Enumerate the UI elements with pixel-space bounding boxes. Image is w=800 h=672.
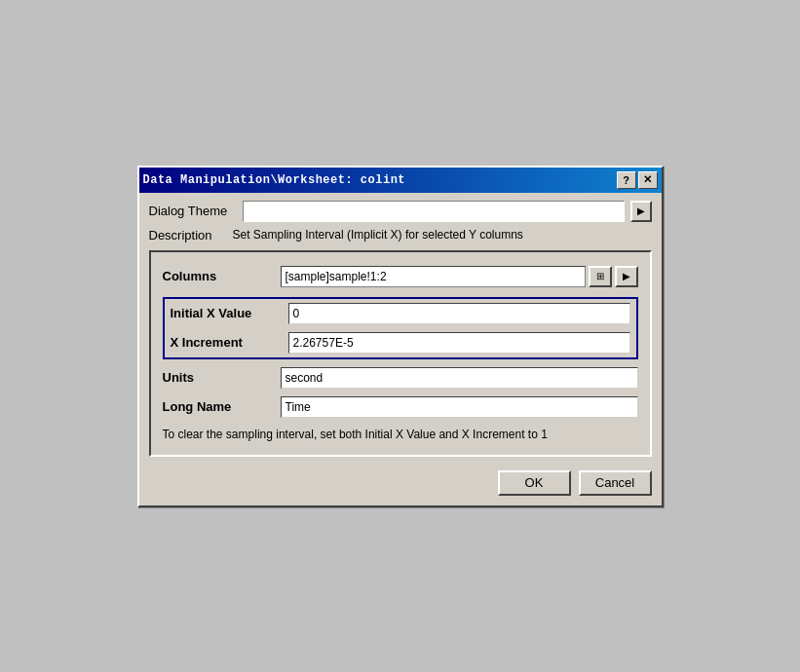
columns-row: Columns ⊞ ▶ bbox=[163, 266, 638, 287]
window-title: Data Manipulation\Worksheet: colint bbox=[143, 173, 406, 187]
units-label: Units bbox=[163, 370, 275, 385]
initial-x-input[interactable] bbox=[288, 303, 630, 324]
highlighted-group: Initial X Value X Increment bbox=[163, 297, 638, 359]
ok-button[interactable]: OK bbox=[498, 470, 571, 496]
x-increment-label: X Increment bbox=[171, 335, 283, 350]
title-bar-buttons: ? ✕ bbox=[617, 171, 658, 189]
inner-panel: Columns ⊞ ▶ Initial X Value bbox=[149, 250, 652, 457]
description-label: Description bbox=[149, 228, 227, 243]
cancel-button[interactable]: Cancel bbox=[579, 470, 652, 496]
description-row: Description Set Sampling Interval (Impli… bbox=[149, 228, 652, 243]
close-button[interactable]: ✕ bbox=[638, 171, 658, 189]
description-text: Set Sampling Interval (Implicit X) for s… bbox=[233, 228, 523, 242]
long-name-input[interactable] bbox=[281, 396, 638, 418]
dialog-theme-input[interactable] bbox=[243, 201, 625, 222]
x-increment-row: X Increment bbox=[171, 332, 630, 354]
units-row: Units bbox=[163, 367, 638, 389]
columns-input[interactable] bbox=[281, 266, 586, 287]
dialog-theme-row: Dialog Theme ▶ bbox=[149, 201, 652, 222]
columns-grid-button[interactable]: ⊞ bbox=[589, 266, 612, 287]
units-input[interactable] bbox=[281, 367, 638, 389]
grid-icon: ⊞ bbox=[596, 272, 604, 281]
initial-x-row: Initial X Value bbox=[171, 303, 630, 324]
main-window: Data Manipulation\Worksheet: colint ? ✕ … bbox=[137, 166, 664, 507]
arrow-icon: ▶ bbox=[623, 271, 630, 281]
columns-input-group: ⊞ ▶ bbox=[281, 266, 638, 287]
hint-text: To clear the sampling interval, set both… bbox=[163, 426, 638, 443]
columns-arrow-button[interactable]: ▶ bbox=[615, 266, 638, 287]
x-increment-input[interactable] bbox=[288, 332, 630, 354]
columns-label: Columns bbox=[163, 269, 275, 283]
arrow-right-icon: ▶ bbox=[637, 205, 645, 216]
title-bar: Data Manipulation\Worksheet: colint ? ✕ bbox=[139, 168, 662, 193]
dialog-theme-arrow-button[interactable]: ▶ bbox=[630, 201, 652, 222]
dialog-theme-label: Dialog Theme bbox=[149, 204, 237, 218]
long-name-row: Long Name bbox=[163, 396, 638, 418]
initial-x-label: Initial X Value bbox=[171, 306, 283, 320]
long-name-label: Long Name bbox=[163, 399, 275, 414]
window-body: Dialog Theme ▶ Description Set Sampling … bbox=[139, 193, 662, 505]
help-button[interactable]: ? bbox=[617, 171, 636, 189]
button-row: OK Cancel bbox=[149, 467, 652, 496]
